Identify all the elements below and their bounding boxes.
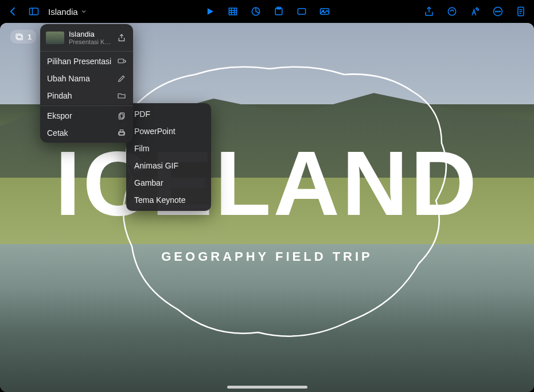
play-icon[interactable]	[204, 5, 216, 18]
back-icon[interactable]	[7, 5, 20, 18]
popover-subtitle: Presentasi Keynote…	[69, 38, 112, 45]
svg-rect-11	[298, 9, 305, 14]
hero-title: ICELAND	[0, 138, 534, 229]
popover-title: Islandia	[69, 30, 112, 38]
format-icon[interactable]	[469, 5, 481, 18]
menu-presentation-options[interactable]: Pilihan Presentasi	[40, 53, 133, 70]
print-icon	[117, 128, 126, 138]
menu-label: Ubah Nama	[47, 74, 90, 83]
document-menu-popover: Islandia Presentasi Keynote… Pilihan Pre…	[40, 24, 133, 143]
export-icon	[117, 111, 126, 120]
toolbar-right	[423, 5, 527, 18]
slide-stack-icon	[15, 32, 24, 41]
menu-print[interactable]: Cetak	[40, 124, 133, 142]
toolbar-left: Islandia	[7, 5, 87, 18]
collaborate-icon[interactable]	[446, 5, 458, 18]
export-image[interactable]: Gambar	[126, 174, 211, 191]
svg-point-18	[500, 11, 501, 12]
table-icon[interactable]	[227, 5, 239, 18]
submenu-label: Animasi GIF	[134, 161, 178, 170]
export-gif[interactable]: Animasi GIF	[126, 157, 211, 174]
document-title: Islandia	[48, 7, 78, 17]
hero-subtitle: GEOGRAPHY FIELD TRIP	[0, 249, 534, 264]
share-document-icon[interactable]	[117, 33, 127, 42]
popover-titles: Islandia Presentasi Keynote…	[69, 30, 112, 45]
slide-navigator-badge[interactable]: 1	[10, 30, 36, 44]
menu-export[interactable]: Ekspor	[40, 107, 133, 124]
svg-rect-26	[119, 114, 123, 119]
home-indicator	[227, 386, 307, 389]
chart-icon[interactable]	[250, 5, 262, 18]
document-options-icon[interactable]	[514, 5, 527, 18]
submenu-label: PowerPoint	[134, 127, 176, 136]
menu-label: Pilihan Presentasi	[47, 57, 111, 66]
popover-separator	[40, 105, 133, 106]
menu-label: Cetak	[47, 128, 68, 138]
folder-icon	[117, 91, 126, 100]
svg-rect-3	[229, 8, 236, 15]
pencil-icon	[117, 74, 126, 83]
slide-count: 1	[28, 33, 32, 41]
svg-rect-0	[30, 8, 38, 15]
export-submenu: PDF PowerPoint Film Animasi GIF Gambar T…	[126, 103, 211, 211]
svg-point-17	[497, 11, 498, 12]
top-toolbar: Islandia	[0, 0, 534, 23]
submenu-label: Film	[134, 144, 149, 153]
submenu-label: PDF	[134, 109, 150, 119]
menu-rename[interactable]: Ubah Nama	[40, 70, 133, 87]
popover-separator	[40, 51, 133, 52]
submenu-label: Gambar	[134, 178, 163, 187]
svg-rect-24	[16, 34, 21, 38]
export-pdf[interactable]: PDF	[126, 105, 211, 123]
chevron-down-icon	[80, 8, 87, 15]
svg-rect-27	[120, 113, 124, 118]
shape-icon[interactable]	[295, 5, 308, 18]
export-powerpoint[interactable]: PowerPoint	[126, 123, 211, 140]
sidebar-icon[interactable]	[28, 5, 40, 18]
text-icon[interactable]	[272, 5, 285, 18]
popover-header: Islandia Presentasi Keynote…	[40, 24, 133, 50]
svg-marker-2	[207, 8, 213, 15]
toolbar-center	[204, 5, 331, 18]
menu-label: Ekspor	[47, 111, 72, 120]
svg-point-14	[448, 7, 455, 15]
menu-label: Pindah	[47, 91, 72, 100]
document-title-button[interactable]: Islandia	[48, 7, 87, 17]
export-movie[interactable]: Film	[126, 140, 211, 157]
svg-point-16	[496, 11, 497, 12]
export-keynote-theme[interactable]: Tema Keynote	[126, 191, 211, 209]
media-icon[interactable]	[318, 5, 331, 18]
svg-rect-25	[118, 59, 123, 63]
more-icon[interactable]	[492, 5, 504, 18]
share-icon[interactable]	[423, 5, 435, 18]
submenu-label: Tema Keynote	[134, 195, 186, 205]
document-thumbnail	[46, 32, 64, 44]
menu-move[interactable]: Pindah	[40, 87, 133, 104]
presentation-settings-icon	[117, 57, 126, 66]
